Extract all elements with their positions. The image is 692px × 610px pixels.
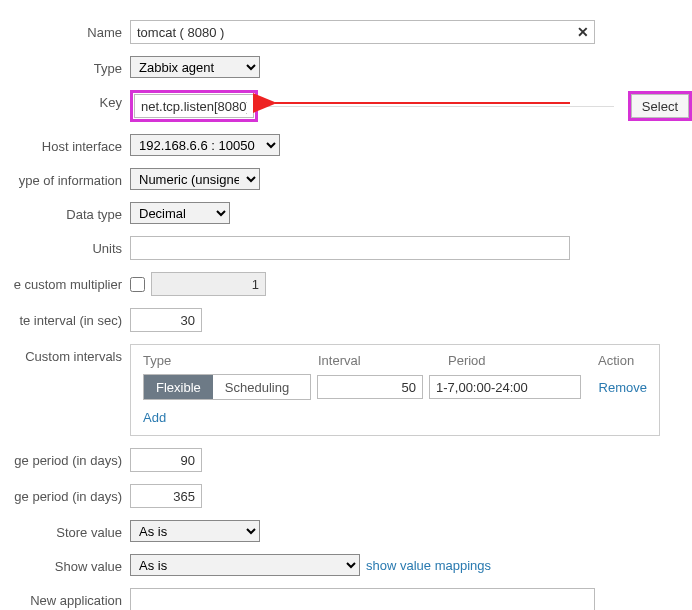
label-custom-multiplier: e custom multiplier [0,272,130,292]
trend-period-input[interactable] [130,484,202,508]
history-period-input[interactable] [130,448,202,472]
label-key: Key [0,90,130,110]
ci-flexible-button[interactable]: Flexible [144,375,213,399]
label-update-interval: te interval (in sec) [0,308,130,328]
label-new-application: New application [0,588,130,608]
label-store-value: Store value [0,520,130,540]
label-name: Name [0,20,130,40]
label-data-type: Data type [0,202,130,222]
label-type: Type [0,56,130,76]
show-value-mappings-link[interactable]: show value mappings [366,558,491,573]
data-type-select[interactable]: Decimal [130,202,230,224]
label-units: Units [0,236,130,256]
ci-row: Flexible Scheduling Remove [143,374,647,400]
type-select[interactable]: Zabbix agent [130,56,260,78]
host-interface-select[interactable]: 192.168.6.6 : 10050 [130,134,280,156]
store-value-select[interactable]: As is [130,520,260,542]
label-trend-period: ge period (in days) [0,484,130,504]
units-input[interactable] [130,236,570,260]
show-value-select[interactable]: As is [130,554,360,576]
clear-icon[interactable]: ✕ [577,24,589,40]
select-button-highlight: Select [628,91,692,121]
label-host-interface: Host interface [0,134,130,154]
ci-header-interval: Interval [318,353,448,368]
type-of-info-select[interactable]: Numeric (unsigned) [130,168,260,190]
label-show-value: Show value [0,554,130,574]
update-interval-input[interactable] [130,308,202,332]
ci-header-action: Action [598,353,647,368]
label-history-period: ge period (in days) [0,448,130,468]
ci-period-input[interactable] [429,375,581,399]
select-button[interactable]: Select [631,94,689,118]
custom-multiplier-checkbox[interactable] [130,277,145,292]
new-application-input[interactable] [130,588,595,610]
custom-multiplier-value [151,272,266,296]
ci-header-period: Period [448,353,598,368]
name-input[interactable] [130,20,595,44]
ci-interval-input[interactable] [317,375,423,399]
ci-remove-link[interactable]: Remove [599,380,647,395]
custom-intervals-box: Type Interval Period Action Flexible Sch… [130,344,660,436]
label-custom-intervals: Custom intervals [0,344,130,364]
ci-add-link[interactable]: Add [143,410,166,425]
ci-type-segment: Flexible Scheduling [143,374,311,400]
key-highlight [130,90,258,122]
label-type-of-info: ype of information [0,168,130,188]
ci-header-type: Type [143,353,318,368]
ci-scheduling-button[interactable]: Scheduling [213,375,301,399]
key-input[interactable] [134,94,254,118]
